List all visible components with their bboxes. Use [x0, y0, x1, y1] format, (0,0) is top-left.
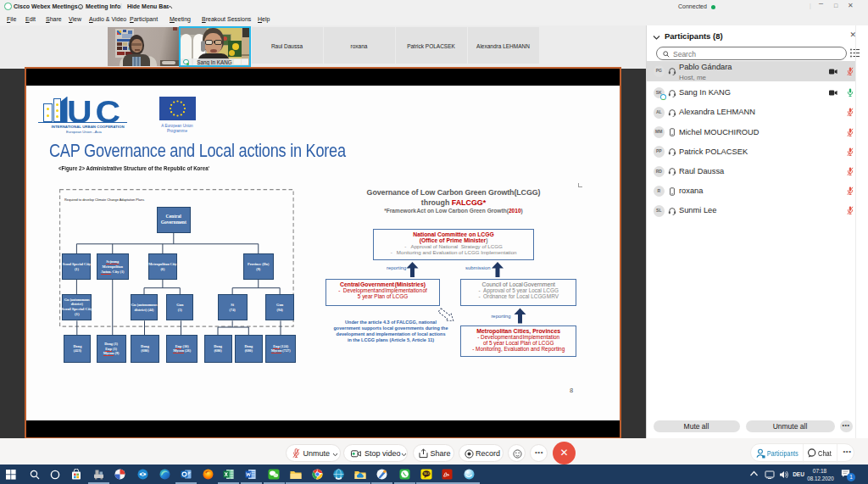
svg-text:TALK: TALK [423, 472, 431, 476]
